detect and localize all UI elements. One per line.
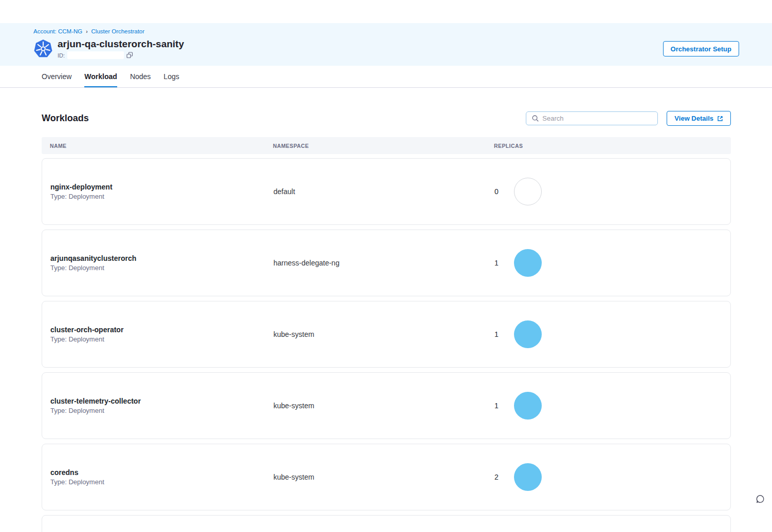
kubernetes-icon: [33, 39, 53, 59]
orchestrator-setup-button[interactable]: Orchestrator Setup: [663, 41, 739, 56]
replica-count: 1: [494, 259, 501, 267]
table-row[interactable]: arjunqasanityclusterorch Type: Deploymen…: [42, 230, 731, 296]
top-whitespace: [0, 0, 772, 23]
copy-icon[interactable]: [126, 52, 133, 59]
workload-name: arjunqasanityclusterorch: [50, 254, 273, 262]
workload-type: Type: Deployment: [50, 193, 273, 200]
search-box: [526, 111, 658, 125]
cluster-id-redacted: [67, 51, 124, 59]
header-title-row: arjun-qa-clusterorch-sanity ID: Orchestr…: [33, 39, 739, 59]
tab-workload[interactable]: Workload: [84, 66, 117, 87]
workloads-table: nginx-deployment Type: Deployment defaul…: [42, 158, 731, 532]
tab-bar: Overview Workload Nodes Logs: [0, 66, 772, 88]
workloads-toolbar: Workloads View Details: [42, 111, 731, 126]
workload-name: cluster-orch-operator: [50, 326, 273, 334]
replica-count: 2: [494, 473, 501, 481]
workload-namespace: harness-delegate-ng: [273, 259, 494, 267]
view-details-button[interactable]: View Details: [667, 111, 731, 126]
workload-name: nginx-deployment: [50, 183, 273, 191]
breadcrumb-account-link[interactable]: Account: CCM-NG: [33, 28, 82, 34]
replica-status-circle: [514, 178, 542, 205]
workload-type: Type: Deployment: [50, 478, 273, 486]
tab-logs[interactable]: Logs: [163, 66, 179, 87]
table-row[interactable]: coredns Type: Deployment kube-system 2: [42, 444, 731, 510]
replica-count: 1: [494, 402, 501, 410]
breadcrumb-separator-icon: ›: [86, 29, 87, 34]
workload-namespace: default: [273, 187, 494, 196]
workload-name: cluster-telemetry-collector: [50, 397, 273, 405]
view-details-label: View Details: [674, 115, 713, 122]
breadcrumb-section-link[interactable]: Cluster Orchestrator: [91, 28, 145, 34]
workload-namespace: kube-system: [273, 330, 494, 338]
replica-status-circle: [514, 392, 542, 420]
cluster-id-label: ID:: [58, 52, 65, 59]
external-link-icon: [717, 116, 723, 122]
column-header-replicas: REPLICAS: [494, 143, 731, 149]
table-row[interactable]: cluster-orch-operator Type: Deployment k…: [42, 301, 731, 368]
replica-count: 1: [494, 330, 501, 338]
table-row-partial[interactable]: [42, 515, 731, 532]
table-row[interactable]: nginx-deployment Type: Deployment defaul…: [42, 158, 731, 225]
page-title: arjun-qa-clusterorch-sanity: [58, 39, 184, 50]
page-header: Account: CCM-NG › Cluster Orchestrator: [0, 23, 772, 66]
column-header-namespace: NAMESPACE: [273, 143, 494, 149]
search-input[interactable]: [542, 115, 652, 122]
workload-type: Type: Deployment: [50, 264, 273, 272]
workloads-panel: Workloads View Details: [0, 88, 772, 532]
workload-type: Type: Deployment: [50, 407, 273, 414]
workloads-title: Workloads: [42, 113, 89, 124]
search-icon: [531, 115, 539, 122]
replica-status-circle: [514, 320, 542, 348]
tab-nodes[interactable]: Nodes: [130, 66, 151, 87]
tab-overview[interactable]: Overview: [42, 66, 71, 87]
table-header: NAME NAMESPACE REPLICAS: [42, 137, 731, 154]
workload-namespace: kube-system: [273, 473, 494, 481]
help-chat-icon[interactable]: [756, 495, 765, 506]
workload-namespace: kube-system: [273, 402, 494, 410]
breadcrumb: Account: CCM-NG › Cluster Orchestrator: [33, 28, 739, 34]
replica-count: 0: [494, 187, 501, 196]
replica-status-circle: [514, 463, 542, 491]
column-header-name: NAME: [50, 143, 273, 149]
workload-name: coredns: [50, 468, 273, 477]
workload-type: Type: Deployment: [50, 335, 273, 343]
replica-status-circle: [514, 249, 542, 277]
table-row[interactable]: cluster-telemetry-collector Type: Deploy…: [42, 372, 731, 439]
